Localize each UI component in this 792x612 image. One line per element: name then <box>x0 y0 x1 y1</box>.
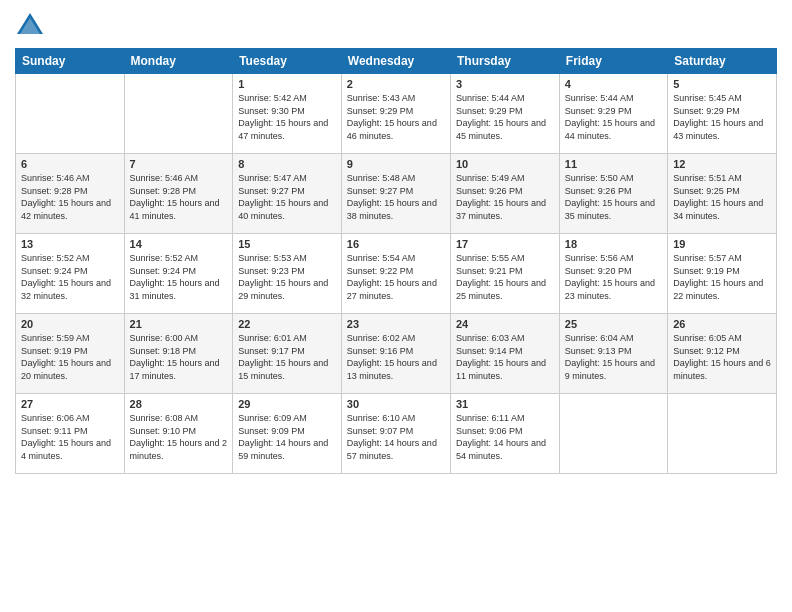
page: SundayMondayTuesdayWednesdayThursdayFrid… <box>0 0 792 612</box>
day-info: Sunrise: 6:04 AM Sunset: 9:13 PM Dayligh… <box>565 332 662 382</box>
calendar-cell: 21Sunrise: 6:00 AM Sunset: 9:18 PM Dayli… <box>124 314 233 394</box>
calendar-week-row: 27Sunrise: 6:06 AM Sunset: 9:11 PM Dayli… <box>16 394 777 474</box>
day-number: 6 <box>21 158 119 170</box>
calendar-cell: 25Sunrise: 6:04 AM Sunset: 9:13 PM Dayli… <box>559 314 667 394</box>
calendar-header-monday: Monday <box>124 49 233 74</box>
calendar-cell: 13Sunrise: 5:52 AM Sunset: 9:24 PM Dayli… <box>16 234 125 314</box>
calendar-cell: 23Sunrise: 6:02 AM Sunset: 9:16 PM Dayli… <box>341 314 450 394</box>
day-info: Sunrise: 5:48 AM Sunset: 9:27 PM Dayligh… <box>347 172 445 222</box>
calendar-header-sunday: Sunday <box>16 49 125 74</box>
calendar-cell: 24Sunrise: 6:03 AM Sunset: 9:14 PM Dayli… <box>451 314 560 394</box>
day-number: 15 <box>238 238 336 250</box>
calendar-cell: 17Sunrise: 5:55 AM Sunset: 9:21 PM Dayli… <box>451 234 560 314</box>
calendar-cell <box>16 74 125 154</box>
day-number: 24 <box>456 318 554 330</box>
calendar-cell: 28Sunrise: 6:08 AM Sunset: 9:10 PM Dayli… <box>124 394 233 474</box>
calendar-week-row: 1Sunrise: 5:42 AM Sunset: 9:30 PM Daylig… <box>16 74 777 154</box>
calendar-header-row: SundayMondayTuesdayWednesdayThursdayFrid… <box>16 49 777 74</box>
day-number: 22 <box>238 318 336 330</box>
day-number: 5 <box>673 78 771 90</box>
calendar-week-row: 6Sunrise: 5:46 AM Sunset: 9:28 PM Daylig… <box>16 154 777 234</box>
day-number: 18 <box>565 238 662 250</box>
calendar-week-row: 20Sunrise: 5:59 AM Sunset: 9:19 PM Dayli… <box>16 314 777 394</box>
day-info: Sunrise: 6:05 AM Sunset: 9:12 PM Dayligh… <box>673 332 771 382</box>
day-info: Sunrise: 5:57 AM Sunset: 9:19 PM Dayligh… <box>673 252 771 302</box>
day-info: Sunrise: 5:42 AM Sunset: 9:30 PM Dayligh… <box>238 92 336 142</box>
day-number: 31 <box>456 398 554 410</box>
calendar-cell: 30Sunrise: 6:10 AM Sunset: 9:07 PM Dayli… <box>341 394 450 474</box>
day-info: Sunrise: 5:51 AM Sunset: 9:25 PM Dayligh… <box>673 172 771 222</box>
calendar-header-wednesday: Wednesday <box>341 49 450 74</box>
calendar-cell: 26Sunrise: 6:05 AM Sunset: 9:12 PM Dayli… <box>668 314 777 394</box>
day-info: Sunrise: 5:44 AM Sunset: 9:29 PM Dayligh… <box>565 92 662 142</box>
day-info: Sunrise: 5:43 AM Sunset: 9:29 PM Dayligh… <box>347 92 445 142</box>
day-info: Sunrise: 5:50 AM Sunset: 9:26 PM Dayligh… <box>565 172 662 222</box>
calendar-cell: 6Sunrise: 5:46 AM Sunset: 9:28 PM Daylig… <box>16 154 125 234</box>
calendar-header-tuesday: Tuesday <box>233 49 342 74</box>
day-info: Sunrise: 5:46 AM Sunset: 9:28 PM Dayligh… <box>21 172 119 222</box>
day-info: Sunrise: 5:47 AM Sunset: 9:27 PM Dayligh… <box>238 172 336 222</box>
day-number: 11 <box>565 158 662 170</box>
calendar-cell: 19Sunrise: 5:57 AM Sunset: 9:19 PM Dayli… <box>668 234 777 314</box>
day-info: Sunrise: 5:54 AM Sunset: 9:22 PM Dayligh… <box>347 252 445 302</box>
calendar-cell: 20Sunrise: 5:59 AM Sunset: 9:19 PM Dayli… <box>16 314 125 394</box>
day-info: Sunrise: 6:11 AM Sunset: 9:06 PM Dayligh… <box>456 412 554 462</box>
calendar-cell <box>668 394 777 474</box>
calendar-cell <box>124 74 233 154</box>
calendar-cell: 7Sunrise: 5:46 AM Sunset: 9:28 PM Daylig… <box>124 154 233 234</box>
day-info: Sunrise: 5:49 AM Sunset: 9:26 PM Dayligh… <box>456 172 554 222</box>
calendar-cell: 2Sunrise: 5:43 AM Sunset: 9:29 PM Daylig… <box>341 74 450 154</box>
day-info: Sunrise: 6:03 AM Sunset: 9:14 PM Dayligh… <box>456 332 554 382</box>
day-number: 29 <box>238 398 336 410</box>
day-number: 28 <box>130 398 228 410</box>
calendar-table: SundayMondayTuesdayWednesdayThursdayFrid… <box>15 48 777 474</box>
day-info: Sunrise: 6:02 AM Sunset: 9:16 PM Dayligh… <box>347 332 445 382</box>
day-info: Sunrise: 5:52 AM Sunset: 9:24 PM Dayligh… <box>21 252 119 302</box>
day-number: 19 <box>673 238 771 250</box>
day-info: Sunrise: 6:08 AM Sunset: 9:10 PM Dayligh… <box>130 412 228 462</box>
calendar-cell: 12Sunrise: 5:51 AM Sunset: 9:25 PM Dayli… <box>668 154 777 234</box>
calendar-cell: 18Sunrise: 5:56 AM Sunset: 9:20 PM Dayli… <box>559 234 667 314</box>
day-number: 21 <box>130 318 228 330</box>
day-number: 30 <box>347 398 445 410</box>
day-number: 17 <box>456 238 554 250</box>
logo <box>15 10 49 40</box>
day-number: 25 <box>565 318 662 330</box>
day-number: 7 <box>130 158 228 170</box>
day-number: 14 <box>130 238 228 250</box>
day-number: 12 <box>673 158 771 170</box>
day-number: 1 <box>238 78 336 90</box>
day-info: Sunrise: 5:44 AM Sunset: 9:29 PM Dayligh… <box>456 92 554 142</box>
day-info: Sunrise: 6:10 AM Sunset: 9:07 PM Dayligh… <box>347 412 445 462</box>
day-info: Sunrise: 6:09 AM Sunset: 9:09 PM Dayligh… <box>238 412 336 462</box>
calendar-cell: 8Sunrise: 5:47 AM Sunset: 9:27 PM Daylig… <box>233 154 342 234</box>
calendar-week-row: 13Sunrise: 5:52 AM Sunset: 9:24 PM Dayli… <box>16 234 777 314</box>
calendar-cell: 16Sunrise: 5:54 AM Sunset: 9:22 PM Dayli… <box>341 234 450 314</box>
calendar-cell: 27Sunrise: 6:06 AM Sunset: 9:11 PM Dayli… <box>16 394 125 474</box>
calendar-cell: 4Sunrise: 5:44 AM Sunset: 9:29 PM Daylig… <box>559 74 667 154</box>
calendar-cell: 5Sunrise: 5:45 AM Sunset: 9:29 PM Daylig… <box>668 74 777 154</box>
day-number: 10 <box>456 158 554 170</box>
calendar-header-friday: Friday <box>559 49 667 74</box>
calendar-cell: 10Sunrise: 5:49 AM Sunset: 9:26 PM Dayli… <box>451 154 560 234</box>
day-number: 3 <box>456 78 554 90</box>
day-info: Sunrise: 5:46 AM Sunset: 9:28 PM Dayligh… <box>130 172 228 222</box>
day-info: Sunrise: 5:59 AM Sunset: 9:19 PM Dayligh… <box>21 332 119 382</box>
day-info: Sunrise: 5:55 AM Sunset: 9:21 PM Dayligh… <box>456 252 554 302</box>
day-number: 2 <box>347 78 445 90</box>
day-number: 9 <box>347 158 445 170</box>
day-number: 16 <box>347 238 445 250</box>
calendar-header-thursday: Thursday <box>451 49 560 74</box>
calendar-cell: 9Sunrise: 5:48 AM Sunset: 9:27 PM Daylig… <box>341 154 450 234</box>
day-info: Sunrise: 6:00 AM Sunset: 9:18 PM Dayligh… <box>130 332 228 382</box>
calendar-header-saturday: Saturday <box>668 49 777 74</box>
day-number: 4 <box>565 78 662 90</box>
calendar-cell: 3Sunrise: 5:44 AM Sunset: 9:29 PM Daylig… <box>451 74 560 154</box>
calendar-cell: 14Sunrise: 5:52 AM Sunset: 9:24 PM Dayli… <box>124 234 233 314</box>
calendar-cell: 15Sunrise: 5:53 AM Sunset: 9:23 PM Dayli… <box>233 234 342 314</box>
day-info: Sunrise: 6:06 AM Sunset: 9:11 PM Dayligh… <box>21 412 119 462</box>
day-info: Sunrise: 6:01 AM Sunset: 9:17 PM Dayligh… <box>238 332 336 382</box>
day-number: 27 <box>21 398 119 410</box>
day-number: 20 <box>21 318 119 330</box>
header <box>15 10 777 40</box>
